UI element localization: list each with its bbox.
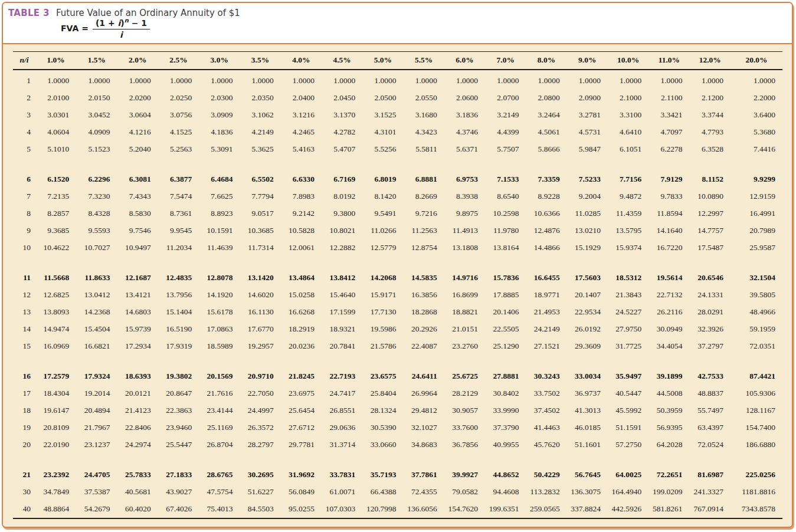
fva-value-cell: 20.4894: [76, 402, 117, 419]
fva-value-cell: 11.8594: [648, 205, 689, 222]
fva-value-cell: 6.8019: [362, 158, 403, 188]
fva-value-cell: 29.0636: [322, 419, 362, 436]
fva-value-cell: 4.1216: [117, 124, 158, 141]
fva-value-cell: 199.0209: [648, 484, 689, 501]
fva-value-cell: 10.7027: [76, 239, 117, 257]
fva-value-cell: 15.0258: [281, 287, 322, 304]
column-header: 5.0%: [362, 52, 403, 70]
fva-value-cell: 136.3075: [567, 484, 608, 501]
fva-value-cell: 18.8821: [444, 304, 485, 321]
fva-value-cell: 5.2040: [117, 141, 158, 158]
column-header: 1.5%: [76, 52, 117, 70]
fva-value-cell: 7.1533: [485, 158, 526, 188]
fva-value-cell: 18.6393: [117, 355, 158, 385]
fva-value-cell: 6.2278: [648, 141, 689, 158]
fva-value-cell: 22.7193: [322, 355, 362, 385]
fva-value-cell: 3.1062: [240, 107, 280, 124]
fva-value-cell: 27.1521: [526, 338, 566, 355]
fva-value-cell: 8.3938: [444, 188, 485, 205]
column-header: 6.0%: [444, 52, 485, 70]
row-label-n: 40: [13, 501, 35, 518]
row-label-n: 8: [13, 205, 35, 222]
table-row: 2123.239224.470525.783327.183328.676530.…: [13, 454, 782, 484]
fva-value-cell: 6.7169: [322, 158, 362, 188]
fva-value-cell: 1.0000: [322, 70, 362, 90]
fva-value-cell: 9.8975: [444, 205, 485, 222]
fva-value-cell: 54.2679: [76, 501, 117, 518]
fva-value-cell: 22.3863: [158, 402, 199, 419]
fva-value-cell: 154.7620: [444, 501, 485, 518]
fva-value-cell: 41.4463: [526, 419, 566, 436]
row-label-n: 5: [13, 141, 35, 158]
fva-value-cell: 22.8406: [117, 419, 158, 436]
fva-value-cell: 18.9771: [526, 287, 566, 304]
fva-value-cell: 11.4913: [444, 222, 485, 239]
fva-value-cell: 1.0000: [240, 70, 280, 90]
fva-value-cell: 12.2882: [322, 239, 362, 257]
fva-value-cell: 31.3714: [322, 436, 362, 454]
fva-value-cell: 24.2149: [526, 321, 566, 338]
fva-value-cell: 20.7841: [322, 338, 362, 355]
fva-value-cell: 19.5614: [648, 257, 689, 287]
fva-value-cell: 20.6546: [690, 257, 731, 287]
fva-value-cell: 3.0452: [76, 107, 117, 124]
fva-value-cell: 18.2919: [281, 321, 322, 338]
fva-value-cell: 581.8261: [648, 501, 689, 518]
fva-value-cell: 3.2149: [485, 107, 526, 124]
column-header: 8.0%: [526, 52, 566, 70]
fva-value-cell: 5.5256: [362, 141, 403, 158]
fva-value-cell: 3.3100: [608, 107, 648, 124]
fva-value-cell: 28.0291: [690, 304, 731, 321]
fva-value-cell: 23.2760: [444, 338, 485, 355]
fva-value-cell: 15.9171: [362, 287, 403, 304]
fva-value-cell: 27.6712: [281, 419, 322, 436]
fva-value-cell: 2.0250: [158, 90, 199, 107]
fva-value-cell: 24.4705: [76, 454, 117, 484]
fva-value-cell: 33.7831: [322, 454, 362, 484]
fva-value-cell: 10.6366: [526, 205, 566, 222]
fva-value-cell: 11.5668: [35, 257, 76, 287]
fva-value-cell: 37.7861: [404, 454, 444, 484]
fva-value-cell: 13.8412: [322, 257, 362, 287]
fva-value-cell: 14.6020: [240, 287, 280, 304]
fva-value-cell: 25.5447: [158, 436, 199, 454]
fva-value-cell: 16.0969: [35, 338, 76, 355]
fva-value-cell: 24.5227: [608, 304, 648, 321]
fva-value-cell: 29.7781: [281, 436, 322, 454]
fva-value-cell: 17.7130: [362, 304, 403, 321]
fva-value-cell: 2.0300: [199, 90, 240, 107]
row-label-n: 12: [13, 287, 35, 304]
fva-value-cell: 6.1051: [608, 141, 648, 158]
fva-value-cell: 12.4876: [526, 222, 566, 239]
fva-value-cell: 84.5503: [240, 501, 280, 518]
fva-value-cell: 28.2797: [240, 436, 280, 454]
fva-value-cell: 6.1520: [35, 158, 76, 188]
fva-value-cell: 186.6880: [731, 436, 782, 454]
fva-value-cell: 37.5387: [76, 484, 117, 501]
table-row: 4048.886454.267960.402067.402675.401384.…: [13, 501, 782, 518]
fva-value-cell: 30.3243: [526, 355, 566, 385]
fva-value-cell: 2.2000: [731, 90, 782, 107]
fva-value-cell: 48.4966: [731, 304, 782, 321]
fva-value-cell: 2.0350: [240, 90, 280, 107]
fva-value-cell: 8.2857: [35, 205, 76, 222]
fva-value-cell: 18.5989: [199, 338, 240, 355]
fva-value-cell: 20.7989: [731, 222, 782, 239]
fva-value-cell: 30.9057: [444, 402, 485, 419]
fva-value-cell: 8.9228: [526, 188, 566, 205]
fva-value-cell: 56.9395: [648, 419, 689, 436]
fva-value-cell: 7.9129: [648, 158, 689, 188]
fva-value-cell: 20.1406: [485, 304, 526, 321]
fva-value-cell: 20.9710: [240, 355, 280, 385]
fva-value-cell: 3.0909: [199, 107, 240, 124]
row-label-n: 10: [13, 239, 35, 257]
table-row: 88.28578.43288.58308.73618.89239.05179.2…: [13, 205, 782, 222]
fva-value-cell: 13.8093: [35, 304, 76, 321]
table-row: 1920.810921.796722.840623.946025.116926.…: [13, 419, 782, 436]
formula-denominator: i: [93, 29, 150, 40]
fva-value-cell: 51.1601: [567, 436, 608, 454]
table-row: 99.36859.55939.75469.954510.159110.36851…: [13, 222, 782, 239]
fva-value-cell: 17.5487: [690, 239, 731, 257]
fva-value-cell: 63.4397: [690, 419, 731, 436]
fva-value-cell: 27.9750: [608, 321, 648, 338]
